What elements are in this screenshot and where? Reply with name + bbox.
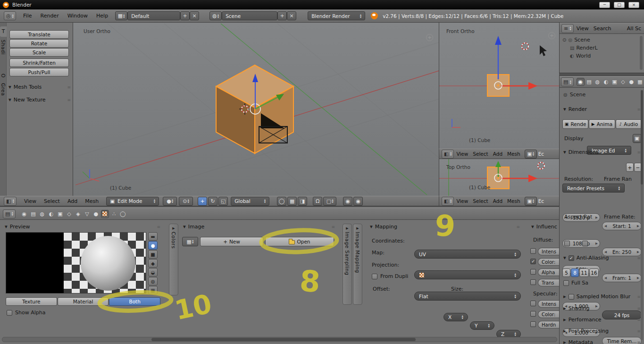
menu-window[interactable]: Window [63, 13, 92, 19]
panel-drag-dots-icon[interactable]: ≡ [637, 294, 641, 299]
tab-scene[interactable]: ◍ [38, 210, 46, 218]
image-sampling-panel-collapsed[interactable]: ▶ Image Sampling [343, 224, 352, 305]
influence-panel-header[interactable]: ▼Influenc [531, 224, 559, 230]
specular-intensity-slider[interactable]: Intens [538, 300, 559, 308]
translucency-checkbox[interactable] [530, 279, 536, 285]
preview-flat-icon[interactable]: ▬ [148, 232, 158, 241]
tab-render-layers[interactable]: ▤ [29, 210, 37, 218]
menu-file[interactable]: File [19, 13, 36, 19]
projection-dropdown[interactable]: Flat [414, 292, 521, 301]
preview-monkey-icon[interactable]: ◆ [148, 259, 158, 268]
panel-drag-dots-icon[interactable]: ≡ [637, 318, 641, 322]
add-scene-button[interactable]: + [277, 11, 287, 20]
image-open-button[interactable]: Open [265, 237, 334, 246]
tab-constraints[interactable]: ◇ [619, 78, 627, 86]
tab-material[interactable]: ● [92, 210, 100, 218]
menu-view[interactable]: View [454, 198, 470, 204]
add-screen-layout-button[interactable]: + [180, 11, 190, 20]
outliner-row-renderlayers[interactable]: ▤ RenderL [570, 45, 598, 51]
rotate-button[interactable]: Rotate [9, 39, 69, 48]
mode-dropdown[interactable]: ▣ [525, 150, 537, 159]
tab-grease-pencil[interactable]: Grea [0, 83, 6, 96]
crop-checkbox[interactable] [582, 241, 588, 246]
aa-samples-8-button[interactable]: 8 [571, 268, 579, 277]
blender-splash-icon[interactable] [371, 12, 378, 19]
mode-dropdown[interactable]: ▣ [525, 197, 537, 206]
outliner-row-scene[interactable]: ⊙ ◎ Scene [562, 37, 590, 43]
metadata-panel-header[interactable]: ▶Metadata≡ [563, 339, 641, 344]
preview-panel-header[interactable]: ▼Preview≡ [5, 224, 160, 230]
render-engine-dropdown[interactable]: Blender Render [308, 11, 365, 20]
preview-lamp-icon[interactable]: ◒ [148, 268, 158, 277]
scale-button[interactable]: Scale [9, 48, 69, 57]
tab-render[interactable]: ◉ [20, 210, 28, 218]
aa-samples-11-button[interactable]: 11 [579, 268, 589, 277]
menu-select[interactable]: Select [470, 198, 490, 204]
image-new-button[interactable]: +New [200, 237, 263, 246]
editor-type-properties-button[interactable]: ▤ [561, 77, 574, 86]
panel-drag-dots-icon[interactable]: ≡ [637, 306, 641, 311]
preview-material-button[interactable]: Material [58, 297, 109, 306]
viewport-front[interactable]: Front Ortho (1) Cube + [439, 23, 559, 149]
aa-samples-5-button[interactable]: 5 [562, 268, 570, 277]
manipulator-rotate-icon[interactable]: ↻ [208, 197, 217, 206]
transform-orientation-dropdown[interactable]: Global [231, 197, 269, 206]
preview-cube-icon[interactable]: ■ [148, 250, 158, 259]
face-select-icon[interactable]: ◨ [298, 197, 307, 206]
menu-mesh[interactable]: Mesh [81, 198, 102, 204]
post-processing-panel-header[interactable]: ▶Post Processing≡ [563, 328, 641, 334]
region-toggle-icon[interactable]: + [426, 34, 433, 41]
frame-step-field[interactable]: ◀Fram: 1▶ [602, 274, 642, 282]
manipulator-scale-icon[interactable]: ◱ [218, 197, 228, 206]
browse-screen-layout-button[interactable]: ▦ [115, 11, 127, 20]
manipulator-translate-icon[interactable]: + [198, 197, 207, 206]
tab-tools[interactable]: T [0, 26, 7, 37]
viewport-top[interactable]: Top Ortho (1) Cube [439, 159, 559, 196]
panel-drag-dots-icon[interactable]: ≡ [637, 340, 641, 344]
menu-mesh[interactable]: Mesh [505, 198, 523, 204]
panel-drag-dots-icon[interactable]: ≡ [157, 225, 160, 229]
viewport-3d-main[interactable]: User Ortho (1) Cube + [73, 23, 439, 196]
diffuse-color-slider[interactable]: Color: [538, 258, 559, 266]
lock-interface-icon[interactable]: ▣ [633, 134, 641, 143]
menu-add[interactable]: Add [491, 198, 505, 204]
mode-label-clipped[interactable]: Ec [538, 198, 544, 204]
horizontal-scrollbar-track[interactable] [2, 337, 557, 342]
image-panel-header[interactable]: ▼Image≡ [183, 224, 335, 230]
mesh-tools-panel-header[interactable]: ▼Mesh Tools≡ [8, 84, 71, 90]
menu-view[interactable]: View [454, 151, 470, 157]
outliner-display-filter-dropdown[interactable]: All Sc [626, 25, 642, 32]
border-checkbox[interactable] [564, 241, 570, 246]
delete-scene-button[interactable]: × [287, 11, 296, 20]
spec-color-checkbox[interactable] [530, 311, 536, 317]
viewport-shading-dropdown[interactable]: ● [163, 197, 177, 206]
tab-object[interactable]: ▣ [611, 78, 619, 86]
image-mapping-panel-collapsed[interactable]: ▶ Image Mapping [353, 224, 362, 305]
menu-mesh[interactable]: Mesh [505, 151, 523, 157]
tab-scene[interactable]: ◍ [594, 78, 602, 86]
snap-element-dropdown[interactable]: ▢ [323, 197, 336, 206]
maximize-button[interactable]: □ [614, 2, 625, 8]
tab-world[interactable]: ◐ [602, 78, 610, 86]
anti-aliasing-panel-header[interactable]: ▼Anti-Aliasing≡ [563, 255, 641, 261]
browse-scene-button[interactable]: ◍ [209, 11, 222, 20]
push-pull-button[interactable]: Push/Pull [9, 68, 69, 76]
coordinates-dropdown[interactable]: UV [414, 250, 521, 259]
pivot-center-dropdown[interactable]: ⊙ [179, 197, 193, 206]
menu-render[interactable]: Render [36, 13, 63, 19]
hardness-checkbox[interactable] [530, 321, 536, 327]
render-panel-header[interactable]: ▼Render≡ [563, 106, 641, 112]
preview-world-icon[interactable]: ◍ [148, 277, 158, 285]
tab-world[interactable]: ◐ [47, 210, 55, 218]
mode-label-clipped[interactable]: Ec [538, 151, 544, 157]
editor-type-properties-button[interactable]: ▤ [3, 210, 16, 218]
panel-drag-dots-icon[interactable]: ≡ [637, 150, 641, 155]
shading-panel-header[interactable]: ▶Shading≡ [563, 305, 641, 311]
new-texture-panel-header[interactable]: ▼New Texture≡ [8, 97, 71, 103]
add-preset-button[interactable]: + [626, 163, 634, 172]
screen-layout-field[interactable]: Default [127, 11, 180, 20]
tab-modifiers[interactable]: ◈ [74, 210, 82, 218]
tab-object-data[interactable]: ▽ [83, 210, 91, 218]
alpha-checkbox[interactable] [530, 269, 536, 275]
editor-type-3dview-button[interactable]: ◧ [442, 150, 454, 159]
